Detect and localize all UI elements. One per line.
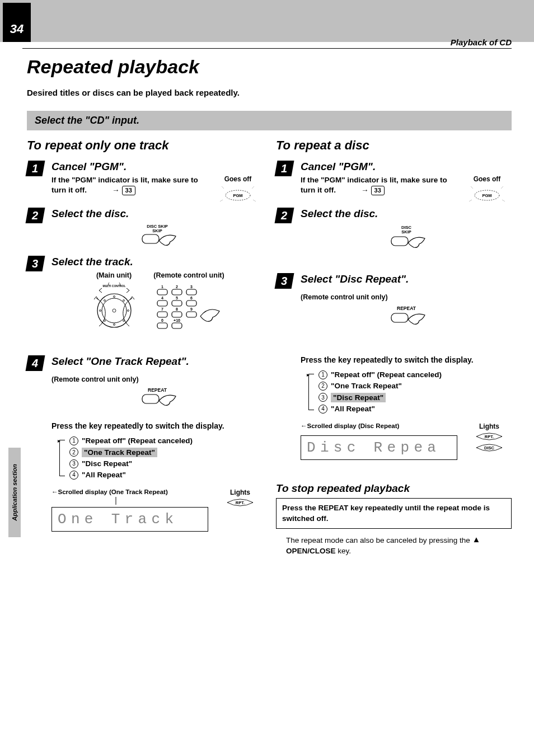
- right-scrolled-label: ←Scrolled display (Disc Repeat): [301, 422, 459, 430]
- remote-unit-label: (Remote control unit): [153, 271, 226, 279]
- arrow-icon: →: [338, 186, 369, 194]
- cycle-item-2: "One Track Repeat": [82, 448, 157, 457]
- svg-point-19: [99, 310, 101, 312]
- right-step-1: 1 Cancel "PGM". If the "PGM" indicator i…: [276, 161, 512, 202]
- cycle-item-1: "Repeat off" (Repeat canceled): [82, 436, 193, 445]
- svg-point-15: [127, 310, 129, 312]
- left-step2-title: Select the disc.: [51, 208, 263, 220]
- left-press-text: Press the key repeatedly to switch the d…: [51, 421, 263, 432]
- left-cycle: ▸ 1"Repeat off" (Repeat canceled) 2"One …: [59, 435, 263, 481]
- side-tab: Application section: [8, 448, 21, 537]
- disc-indicator-icon: DISC: [474, 443, 504, 453]
- svg-point-11: [102, 298, 127, 323]
- step-badge-2: 2: [275, 208, 294, 223]
- page-title: Repeated playback: [27, 56, 512, 78]
- svg-text:SKIP: SKIP: [152, 228, 162, 233]
- select-input-text: Select the "CD" input.: [35, 115, 139, 126]
- step-badge-3: 3: [275, 273, 294, 289]
- svg-rect-44: [142, 395, 159, 403]
- disc-skip-button-icon: DISC SKIP SKIP: [132, 222, 182, 250]
- cycle-item-1: "Repeat off" (Repeat canceled): [331, 370, 442, 379]
- loop-arrow-icon: ▸: [58, 438, 60, 444]
- jog-dial-icon: MULTI CONTROL: [89, 283, 139, 333]
- svg-text:8: 8: [176, 307, 178, 311]
- repeat-button-icon: REPEAT: [381, 304, 432, 332]
- stop-heading: To stop repeated playback: [276, 482, 512, 495]
- right-step-2: 2 Select the disc. DISC SKIP: [276, 208, 512, 259]
- svg-rect-24: [157, 300, 167, 306]
- cycle-item-3: "Disc Repeat": [331, 393, 386, 402]
- svg-point-13: [113, 296, 115, 298]
- svg-text:0: 0: [161, 318, 163, 322]
- svg-text:4: 4: [161, 296, 163, 300]
- cycle-item-4: "All Repeat": [331, 405, 375, 413]
- right-step2-title: Select the disc.: [301, 208, 512, 220]
- svg-text:2: 2: [176, 285, 178, 289]
- svg-text:9: 9: [190, 307, 193, 311]
- top-gray-strip: [0, 0, 534, 42]
- left-step-2: 2 Select the disc. DISC SKIP SKIP: [27, 208, 263, 250]
- svg-text:6: 6: [190, 296, 193, 300]
- svg-text:1: 1: [161, 285, 163, 289]
- remote-only-label: (Remote control unit only): [51, 375, 263, 383]
- svg-text:SKIP: SKIP: [401, 229, 411, 234]
- goes-off-label: Goes off: [462, 175, 512, 183]
- svg-line-3: [252, 186, 254, 189]
- left-column: To repeat only one track 1 Cancel "PGM".…: [27, 138, 269, 557]
- pointer-down-icon: [113, 497, 119, 505]
- svg-line-52: [502, 200, 505, 201]
- left-step-4: 4 Select "One Track Repeat".: [27, 355, 263, 371]
- svg-rect-8: [142, 234, 159, 243]
- stop-box: Press the REPEAT key repeatedly until th…: [276, 498, 512, 528]
- right-step1-title: Cancel "PGM".: [301, 161, 512, 173]
- select-input-bar: Select the "CD" input.: [27, 111, 512, 130]
- svg-text:REPEAT: REPEAT: [148, 387, 167, 393]
- svg-text:+10: +10: [174, 318, 180, 322]
- right-step-3: 3 Select "Disc Repeat".: [276, 273, 512, 289]
- svg-text:3: 3: [190, 285, 193, 289]
- rpt-indicator-icon: RPT.: [225, 497, 255, 508]
- left-step4-title: Select "One Track Repeat".: [51, 355, 263, 368]
- page-ref: 33: [122, 186, 135, 195]
- loop-arrow-icon: ▸: [307, 372, 310, 378]
- arrow-icon: →: [89, 186, 120, 194]
- right-lcd: Disc Repea: [301, 435, 457, 460]
- page-ref: 33: [371, 186, 385, 195]
- cycle-item-4: "All Repeat": [82, 471, 126, 479]
- right-column: To repeat a disc 1 Cancel "PGM". If the …: [269, 138, 512, 557]
- svg-point-20: [104, 300, 105, 302]
- header-rule: [22, 48, 512, 49]
- svg-text:RPT.: RPT.: [236, 500, 245, 505]
- step-badge-1: 1: [275, 161, 294, 176]
- svg-text:7: 7: [161, 307, 163, 311]
- svg-line-49: [471, 186, 473, 189]
- repeat-button-icon: REPEAT: [132, 387, 182, 412]
- right-press-text: Press the key repeatedly to switch the d…: [301, 355, 512, 366]
- right-cycle: ▸ 1"Repeat off" (Repeat canceled) 2"One …: [308, 369, 512, 415]
- lights-label: Lights: [218, 489, 263, 496]
- svg-line-2: [222, 186, 224, 189]
- svg-line-51: [469, 200, 472, 201]
- svg-rect-28: [172, 312, 182, 317]
- left-scrolled-label: ←Scrolled display (One Track Repeat): [51, 489, 210, 496]
- main-unit-label: (Main unit): [89, 271, 139, 279]
- intro-text: Desired titles or discs can be played ba…: [27, 88, 512, 97]
- svg-text:5: 5: [176, 296, 178, 300]
- svg-rect-26: [186, 300, 196, 306]
- svg-line-50: [501, 186, 503, 189]
- left-step-1: 1 Cancel "PGM". If the "PGM" indicator i…: [27, 161, 263, 202]
- svg-text:PGM: PGM: [482, 193, 491, 198]
- left-step3-title: Select the track.: [51, 256, 263, 268]
- side-tab-label: Application section: [11, 464, 18, 520]
- svg-rect-30: [157, 323, 167, 328]
- cycle-item-3: "Disc Repeat": [82, 459, 132, 468]
- svg-line-5: [253, 200, 256, 201]
- svg-point-12: [113, 309, 116, 312]
- left-step-3: 3 Select the track. (Main unit) MULTI CO…: [27, 256, 263, 339]
- svg-rect-27: [157, 312, 167, 317]
- svg-text:PGM: PGM: [233, 193, 242, 198]
- cycle-item-2: "One Track Repeat": [331, 382, 402, 390]
- right-step3-title: Select "Disc Repeat".: [301, 273, 512, 285]
- svg-text:MULTI CONTROL: MULTI CONTROL: [102, 284, 125, 288]
- svg-line-4: [220, 200, 223, 201]
